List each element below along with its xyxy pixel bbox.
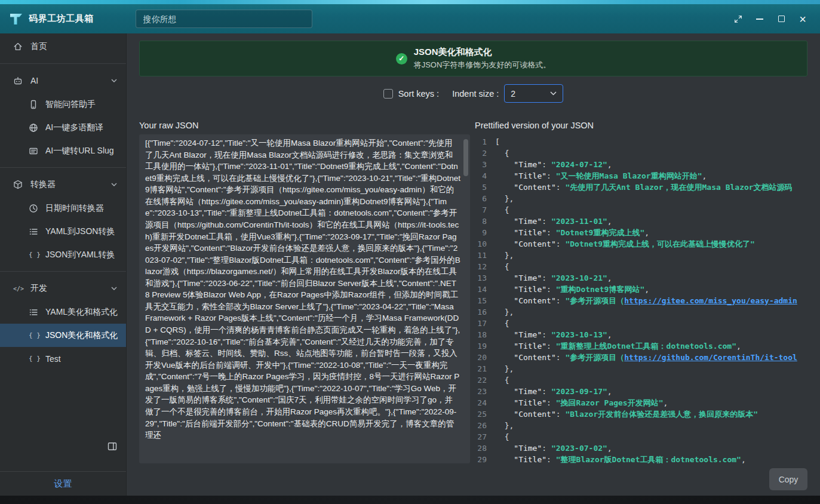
- line-number: 3: [475, 159, 487, 170]
- expand-icon[interactable]: [729, 11, 747, 27]
- close-button[interactable]: ×: [794, 11, 812, 27]
- code-token: ,: [702, 171, 707, 180]
- code-token: ,: [741, 455, 746, 463]
- code-token: :: [542, 444, 551, 453]
- tool-banner: ✓ JSON美化和格式化 将JSON字符串修饰为友好的可读格式。: [139, 41, 807, 76]
- code-token: [495, 296, 514, 305]
- code-line: 13 "Time": "2023-10-21",: [475, 272, 807, 284]
- code-token: [495, 160, 514, 169]
- sidebar-item-label: JSON到YAML转换: [45, 250, 115, 260]
- indent-size-select[interactable]: 2: [504, 84, 563, 103]
- sidebar-group-label: 转换器: [30, 179, 56, 190]
- line-number: 11: [475, 250, 487, 261]
- panel-collapse-icon[interactable]: [108, 442, 117, 451]
- sidebar-group-dev[interactable]: </> 开发: [0, 276, 126, 300]
- sidebar-group-label: AI: [30, 76, 38, 85]
- code-token: "Title": [514, 285, 546, 294]
- code-token: "Content": [514, 410, 555, 419]
- close-icon: ×: [799, 13, 806, 25]
- phone-assistant-icon: [29, 100, 38, 109]
- sidebar-group-converter[interactable]: 转换器: [0, 173, 126, 196]
- code-token: [495, 444, 514, 453]
- indent-size-value: 2: [511, 89, 515, 99]
- chevron-down-icon: [550, 91, 557, 96]
- code-token: ,: [644, 228, 649, 237]
- code-token: "参考开源项目（: [565, 296, 624, 305]
- sidebar-item-yaml-format[interactable]: YAML美化和格式化: [0, 300, 126, 324]
- code-link[interactable]: https://gitee.com/miss_you/easy-admin: [624, 296, 797, 305]
- line-number: 7: [475, 204, 487, 216]
- raw-json-input[interactable]: [{"Time":"2024-07-12","Title":"又一轮使用Masa…: [139, 134, 470, 463]
- code-line: 8 "Time": "2023-11-01",: [475, 216, 807, 227]
- code-token: "Title": [514, 398, 546, 407]
- code-token: [495, 398, 514, 407]
- code-token: },: [495, 364, 514, 373]
- sidebar-item-test[interactable]: { } Test: [0, 347, 126, 370]
- line-number: 25: [475, 408, 487, 420]
- code-line: 21 },: [475, 363, 807, 374]
- code-token: "Title": [514, 171, 546, 180]
- sidebar-item-json-to-yaml[interactable]: { } JSON到YAML转换: [0, 243, 126, 266]
- code-token: {: [495, 432, 509, 441]
- scrollbar-thumb[interactable]: [463, 139, 468, 176]
- sidebar-divider: [0, 167, 126, 168]
- line-number: 29: [475, 454, 487, 463]
- line-number: 8: [475, 216, 487, 227]
- sidebar-item-json-format[interactable]: { } JSON美化和格式化: [0, 324, 126, 347]
- line-number: 9: [475, 227, 487, 238]
- code-token: [495, 217, 514, 226]
- code-token: "2024-07-12": [551, 160, 607, 169]
- code-line: 20 "Content": "参考开源项目（https://github.com…: [475, 352, 807, 363]
- sidebar-item-label: 首页: [30, 41, 47, 52]
- code-token: ,: [736, 342, 741, 351]
- sidebar-item-ai-translate[interactable]: AI一键多语翻译: [0, 116, 126, 139]
- copy-button[interactable]: Copy: [769, 468, 807, 490]
- line-number: 19: [475, 340, 487, 352]
- code-token: {: [495, 319, 509, 328]
- code-token: :: [556, 410, 566, 419]
- search-input[interactable]: [136, 10, 312, 28]
- settings-button[interactable]: 设置: [0, 472, 126, 496]
- code-token: :: [546, 398, 556, 407]
- sidebar: 首页 AI 智能问答助手: [0, 33, 127, 496]
- code-token: "2023-10-13": [551, 330, 607, 339]
- clock-icon: [29, 204, 38, 213]
- main-content: ✓ JSON美化和格式化 将JSON字符串修饰为友好的可读格式。 Sort ke…: [127, 33, 820, 496]
- sidebar-group-ai[interactable]: AI: [0, 69, 126, 93]
- indent-size-label: Indent size :: [452, 89, 499, 99]
- code-token: "Title": [514, 228, 546, 237]
- code-token: {: [495, 205, 509, 214]
- code-line: 9 "Title": "Dotnet9重构完成上线",: [475, 227, 807, 238]
- sidebar-item-yaml-to-json[interactable]: YAML到JSON转换: [0, 220, 126, 243]
- code-token: "Dotnet9重构完成上线，可以在此基础上慢慢优化了": [565, 239, 754, 248]
- sidebar-item-smart-qa[interactable]: 智能问答助手: [0, 93, 126, 116]
- list-icon: [29, 227, 38, 236]
- line-number: 14: [475, 284, 487, 295]
- code-token: {: [495, 149, 509, 158]
- code-token: "Content": [514, 296, 555, 305]
- code-line: 10 "Content": "Dotnet9重构完成上线，可以在此基础上慢慢优化…: [475, 238, 807, 250]
- sort-keys-label: Sort keys :: [398, 89, 440, 99]
- sidebar-item-home[interactable]: 首页: [0, 35, 126, 59]
- code-token: :: [546, 342, 556, 351]
- sidebar-item-label: 智能问答助手: [45, 99, 96, 110]
- sidebar-item-ai-url-slug[interactable]: AI一键转URL Slug: [0, 139, 126, 162]
- code-line: 6 },: [475, 193, 807, 204]
- code-token: :: [546, 171, 556, 180]
- line-number: 5: [475, 182, 487, 193]
- code-token: :: [546, 228, 556, 237]
- code-token: :: [556, 183, 566, 192]
- code-token: },: [495, 421, 514, 430]
- maximize-button[interactable]: [772, 11, 790, 27]
- sidebar-item-datetime-converter[interactable]: 日期时间转换器: [0, 196, 126, 220]
- line-number: 22: [475, 374, 487, 386]
- code-link[interactable]: https://github.com/CorentinTh/it-tool: [624, 353, 797, 362]
- check-circle-icon: ✓: [396, 53, 407, 64]
- code-token: {: [495, 262, 509, 271]
- code-token: ,: [607, 387, 612, 396]
- minimize-button[interactable]: [751, 11, 769, 27]
- code-token: "挽回Razor Pages开发网站": [556, 398, 664, 407]
- sidebar-item-label: AI一键转URL Slug: [45, 146, 114, 156]
- code-token: [: [495, 137, 500, 146]
- sort-keys-checkbox[interactable]: [383, 89, 393, 99]
